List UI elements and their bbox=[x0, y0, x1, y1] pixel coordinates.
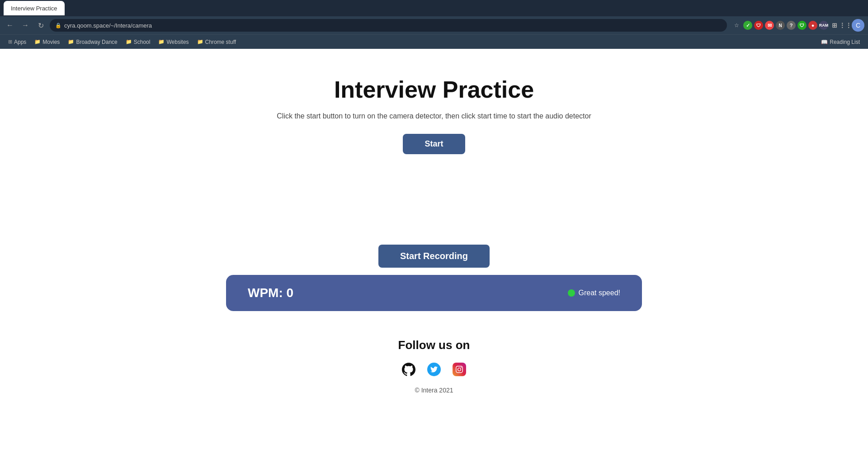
back-button[interactable]: ← bbox=[4, 19, 16, 32]
avatar-letter: C bbox=[856, 22, 860, 29]
bookmark-websites-label: Websites bbox=[166, 39, 189, 45]
page-content: Interview Practice Click the start butto… bbox=[0, 49, 868, 463]
folder-chrome-icon: 📁 bbox=[197, 39, 203, 45]
ext-mail-icon[interactable]: ✉ bbox=[765, 21, 774, 30]
bookmark-school-label: School bbox=[134, 39, 151, 45]
address-bar[interactable]: 🔒 cyra.qoom.space/~/Intera/camera bbox=[50, 19, 727, 32]
bookmark-apps[interactable]: ⊞ Apps bbox=[5, 38, 30, 47]
speed-indicator: Great speed! bbox=[568, 289, 621, 297]
ext-more-icon[interactable]: ⋮⋮ bbox=[841, 21, 850, 30]
follow-section: Follow us on bbox=[398, 338, 470, 394]
green-status-dot bbox=[568, 289, 575, 297]
bookmark-broadway[interactable]: 📁 Broadway Dance bbox=[64, 38, 121, 47]
folder-websites-icon: 📁 bbox=[158, 39, 165, 45]
tab-bar: Interview Practice bbox=[0, 0, 868, 16]
bookmark-school[interactable]: 📁 School bbox=[122, 38, 154, 47]
twitter-icon bbox=[427, 363, 441, 376]
folder-movies-icon: 📁 bbox=[34, 39, 41, 45]
wpm-panel: WPM: 0 Great speed! bbox=[226, 275, 642, 311]
url-text: cyra.qoom.space/~/Intera/camera bbox=[64, 22, 152, 29]
bookmark-movies[interactable]: 📁 Movies bbox=[31, 38, 63, 47]
bookmark-broadway-label: Broadway Dance bbox=[76, 39, 117, 45]
reload-button[interactable]: ↻ bbox=[34, 19, 47, 32]
copyright-text: © Intera 2021 bbox=[398, 387, 470, 394]
browser-chrome: Interview Practice ← → ↻ 🔒 cyra.qoom.spa… bbox=[0, 0, 868, 49]
bookmark-websites[interactable]: 📁 Websites bbox=[155, 38, 192, 47]
ext-check-icon[interactable]: ✓ bbox=[743, 21, 752, 30]
apps-icon: ⊞ bbox=[8, 39, 12, 45]
github-icon bbox=[402, 363, 415, 376]
ext-circle-red-icon[interactable]: ● bbox=[808, 21, 817, 30]
github-link[interactable] bbox=[401, 361, 417, 378]
tab-title: Interview Practice bbox=[11, 5, 57, 12]
page-title: Interview Practice bbox=[334, 76, 534, 103]
instagram-link[interactable] bbox=[451, 361, 467, 378]
reading-list-button[interactable]: 📖 Reading List bbox=[817, 38, 863, 47]
bookmark-movies-label: Movies bbox=[42, 39, 60, 45]
follow-title: Follow us on bbox=[398, 338, 470, 352]
folder-school-icon: 📁 bbox=[126, 39, 132, 45]
star-icon[interactable]: ☆ bbox=[731, 20, 741, 30]
ext-question-icon[interactable]: ? bbox=[787, 21, 796, 30]
ext-ram-icon[interactable]: RAM bbox=[819, 21, 828, 30]
wpm-display: WPM: 0 bbox=[248, 286, 293, 300]
active-tab[interactable]: Interview Practice bbox=[4, 1, 65, 15]
toolbar-icons: ☆ ✓ 🛡 ✉ N ? 🛡 ● RAM ⊞ ⋮⋮ C bbox=[731, 19, 864, 32]
ext-n-icon[interactable]: N bbox=[776, 21, 785, 30]
page-subtitle: Click the start button to turn on the ca… bbox=[277, 112, 591, 120]
twitter-link[interactable] bbox=[426, 361, 442, 378]
ext-puzzle-icon[interactable]: ⊞ bbox=[830, 21, 839, 30]
bookmarks-bar: ⊞ Apps 📁 Movies 📁 Broadway Dance 📁 Schoo… bbox=[0, 34, 868, 49]
speed-label: Great speed! bbox=[579, 289, 621, 297]
profile-avatar[interactable]: C bbox=[852, 19, 864, 32]
bookmark-chrome-label: Chrome stuff bbox=[205, 39, 236, 45]
start-recording-button[interactable]: Start Recording bbox=[378, 245, 490, 268]
ext-shield-red-icon[interactable]: 🛡 bbox=[754, 21, 763, 30]
bookmark-chrome-stuff[interactable]: 📁 Chrome stuff bbox=[193, 38, 240, 47]
lock-icon: 🔒 bbox=[55, 23, 61, 28]
reading-list-icon: 📖 bbox=[821, 39, 828, 45]
browser-toolbar: ← → ↻ 🔒 cyra.qoom.space/~/Intera/camera … bbox=[0, 16, 868, 34]
ext-shield-green-icon[interactable]: 🛡 bbox=[797, 21, 807, 30]
social-icons bbox=[398, 361, 470, 378]
instagram-icon bbox=[453, 363, 466, 376]
bookmark-apps-label: Apps bbox=[14, 39, 26, 45]
start-button[interactable]: Start bbox=[403, 134, 465, 154]
forward-button[interactable]: → bbox=[19, 19, 32, 32]
folder-broadway-icon: 📁 bbox=[68, 39, 74, 45]
reading-list-label: Reading List bbox=[830, 39, 860, 45]
